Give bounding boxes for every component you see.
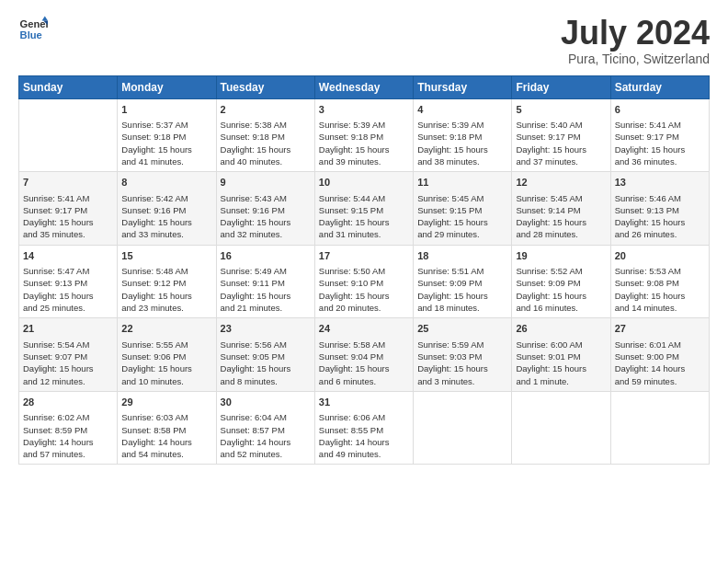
day-info: Sunrise: 5:44 AM: [319, 193, 385, 203]
day-info: Sunset: 9:16 PM: [121, 205, 186, 215]
day-info: Sunset: 9:07 PM: [23, 351, 87, 362]
day-info: Daylight: 15 hours: [121, 144, 192, 155]
day-info: and 40 minutes.: [221, 156, 283, 167]
day-info: Sunset: 9:18 PM: [417, 132, 482, 142]
day-info: Sunrise: 6:01 AM: [615, 339, 681, 350]
day-info: Daylight: 15 hours: [615, 291, 686, 301]
day-number: 21: [23, 322, 113, 336]
logo-icon: General Blue: [18, 15, 48, 44]
day-number: 22: [121, 322, 211, 336]
day-info: Sunset: 9:04 PM: [319, 351, 383, 362]
logo: General Blue: [18, 15, 48, 44]
day-info: and 23 minutes.: [121, 303, 184, 313]
day-info: Sunrise: 6:00 AM: [516, 339, 582, 350]
cell-w4-d4: 24Sunrise: 5:58 AMSunset: 9:04 PMDayligh…: [314, 318, 413, 392]
day-info: Sunrise: 5:41 AM: [615, 120, 681, 130]
day-info: Daylight: 15 hours: [417, 144, 488, 155]
day-number: 6: [615, 103, 705, 117]
cell-w2-d1: 7Sunrise: 5:41 AMSunset: 9:17 PMDaylight…: [19, 172, 118, 246]
day-info: Daylight: 15 hours: [23, 363, 94, 373]
day-info: and 52 minutes.: [221, 449, 283, 459]
cell-w2-d2: 8Sunrise: 5:42 AMSunset: 9:16 PMDaylight…: [118, 172, 216, 246]
day-number: 28: [23, 396, 113, 409]
day-info: Sunrise: 5:38 AM: [221, 120, 287, 130]
day-info: and 29 minutes.: [417, 229, 480, 239]
day-info: Daylight: 15 hours: [615, 217, 686, 227]
day-info: Daylight: 14 hours: [319, 437, 390, 447]
day-info: Sunset: 9:18 PM: [319, 132, 383, 142]
day-info: Sunset: 8:57 PM: [221, 425, 285, 435]
week-row-1: 1Sunrise: 5:37 AMSunset: 9:18 PMDaylight…: [19, 98, 710, 172]
day-info: and 25 minutes.: [23, 303, 85, 313]
day-info: Daylight: 15 hours: [121, 291, 192, 301]
day-info: Sunrise: 6:06 AM: [319, 412, 385, 422]
day-info: Sunrise: 5:55 AM: [121, 339, 188, 350]
cell-w4-d1: 21Sunrise: 5:54 AMSunset: 9:07 PMDayligh…: [19, 318, 118, 392]
day-info: and 49 minutes.: [319, 449, 381, 459]
day-info: Sunset: 9:12 PM: [121, 278, 186, 288]
day-number: 3: [319, 103, 409, 117]
day-info: and 57 minutes.: [23, 449, 85, 459]
day-info: Daylight: 15 hours: [319, 363, 390, 373]
day-info: and 33 minutes.: [121, 229, 184, 239]
day-info: Sunrise: 5:40 AM: [516, 120, 582, 130]
day-info: Daylight: 15 hours: [221, 217, 291, 227]
cell-w1-d5: 4Sunrise: 5:39 AMSunset: 9:18 PMDaylight…: [414, 98, 512, 172]
day-info: and 10 minutes.: [121, 376, 184, 386]
cell-w1-d1: [19, 98, 118, 172]
day-number: 27: [615, 322, 705, 336]
day-info: and 14 minutes.: [615, 303, 677, 313]
cell-w3-d4: 17Sunrise: 5:50 AMSunset: 9:10 PMDayligh…: [314, 245, 413, 318]
day-number: 26: [516, 322, 606, 336]
day-number: 31: [319, 396, 409, 409]
day-info: Daylight: 15 hours: [417, 217, 488, 227]
day-number: 10: [319, 176, 409, 190]
day-info: Daylight: 15 hours: [615, 144, 686, 155]
day-info: Daylight: 14 hours: [615, 363, 686, 373]
day-info: Daylight: 15 hours: [516, 291, 586, 301]
cell-w2-d4: 10Sunrise: 5:44 AMSunset: 9:15 PMDayligh…: [314, 172, 413, 246]
day-info: Daylight: 15 hours: [417, 291, 488, 301]
day-info: and 20 minutes.: [319, 303, 381, 313]
day-info: Sunrise: 5:43 AM: [221, 193, 287, 203]
day-info: Sunrise: 5:48 AM: [121, 266, 188, 276]
day-info: and 41 minutes.: [121, 156, 184, 167]
cell-w2-d3: 9Sunrise: 5:43 AMSunset: 9:16 PMDaylight…: [216, 172, 314, 246]
day-info: Sunrise: 5:47 AM: [23, 266, 89, 276]
day-info: Daylight: 14 hours: [121, 437, 192, 447]
day-number: 20: [615, 249, 705, 263]
day-info: Sunrise: 6:03 AM: [121, 412, 188, 422]
day-info: Daylight: 14 hours: [221, 437, 291, 447]
cell-w3-d3: 16Sunrise: 5:49 AMSunset: 9:11 PMDayligh…: [216, 245, 314, 318]
day-info: and 8 minutes.: [221, 376, 278, 386]
day-info: and 31 minutes.: [319, 229, 381, 239]
day-info: Sunset: 9:09 PM: [417, 278, 482, 288]
day-info: Sunrise: 5:46 AM: [615, 193, 681, 203]
day-info: Sunrise: 5:52 AM: [516, 266, 582, 276]
day-info: and 54 minutes.: [121, 449, 184, 459]
day-info: Sunset: 9:06 PM: [121, 351, 186, 362]
cell-w1-d7: 6Sunrise: 5:41 AMSunset: 9:17 PMDaylight…: [610, 98, 709, 172]
cell-w2-d5: 11Sunrise: 5:45 AMSunset: 9:15 PMDayligh…: [414, 172, 512, 246]
cell-w4-d2: 22Sunrise: 5:55 AMSunset: 9:06 PMDayligh…: [118, 318, 216, 392]
day-info: Sunset: 8:55 PM: [319, 425, 383, 435]
day-info: Sunset: 9:17 PM: [615, 132, 679, 142]
cell-w4-d7: 27Sunrise: 6:01 AMSunset: 9:00 PMDayligh…: [610, 318, 709, 392]
day-info: and 26 minutes.: [615, 229, 677, 239]
header-row: Sunday Monday Tuesday Wednesday Thursday…: [19, 75, 710, 98]
cell-w4-d3: 23Sunrise: 5:56 AMSunset: 9:05 PMDayligh…: [216, 318, 314, 392]
day-info: Sunset: 9:01 PM: [516, 351, 580, 362]
day-info: and 3 minutes.: [417, 376, 474, 386]
day-info: Sunrise: 5:49 AM: [221, 266, 287, 276]
day-info: Sunset: 9:17 PM: [23, 205, 87, 215]
day-number: 11: [417, 176, 507, 190]
day-info: Sunset: 8:58 PM: [121, 425, 186, 435]
day-info: Daylight: 15 hours: [121, 217, 192, 227]
calendar-table: Sunday Monday Tuesday Wednesday Thursday…: [18, 75, 710, 465]
day-info: and 6 minutes.: [319, 376, 376, 386]
day-info: Sunrise: 6:04 AM: [221, 412, 287, 422]
day-info: Sunrise: 5:51 AM: [417, 266, 483, 276]
day-info: Sunset: 9:13 PM: [23, 278, 87, 288]
title-area: July 2024 Pura, Ticino, Switzerland: [561, 15, 710, 66]
day-number: 30: [221, 396, 311, 409]
